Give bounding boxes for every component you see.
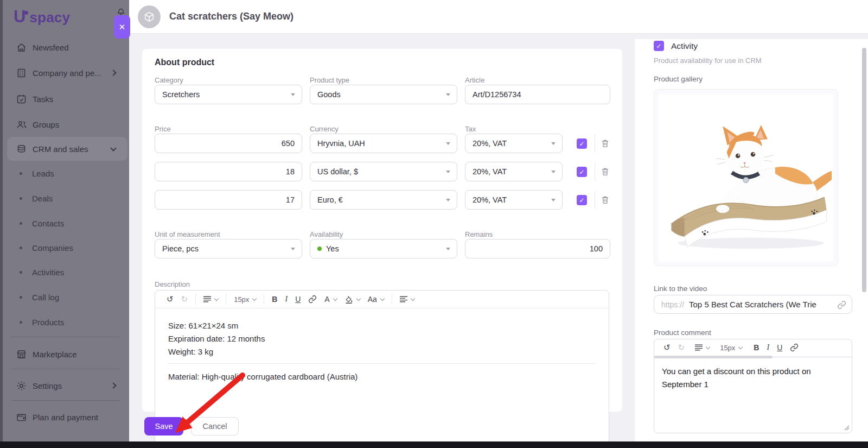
dropdown-arrow-icon <box>446 248 450 250</box>
vertical-scrollbar[interactable] <box>862 48 866 292</box>
sidebar-item-newsfeed[interactable]: Newsfeed <box>7 39 127 55</box>
dropdown-arrow-icon <box>291 93 295 96</box>
currency-select[interactable]: Hryvnia, UAH <box>310 134 457 153</box>
toolbar-divider <box>226 294 226 305</box>
product-gallery[interactable] <box>654 89 838 266</box>
sidebar-item-contacts[interactable]: Contacts <box>7 216 127 230</box>
chevron-down-icon <box>333 296 337 301</box>
underline-icon[interactable]: U <box>295 295 301 304</box>
price-input[interactable] <box>155 134 302 153</box>
text-style-button[interactable]: Aa <box>368 295 384 304</box>
price-active-checkbox[interactable]: ✓ <box>577 138 587 149</box>
tax-select[interactable]: 20%, VAT <box>465 134 563 153</box>
cancel-button[interactable]: Cancel <box>191 417 239 436</box>
uspacy-logo[interactable]: U spacy <box>14 7 70 27</box>
comment-content[interactable]: You can get a discount on this product o… <box>654 358 852 397</box>
line-height-button[interactable] <box>203 296 218 302</box>
price-input[interactable] <box>155 190 302 210</box>
chevron-down-icon <box>214 296 219 301</box>
tax-select[interactable]: 20%, VAT <box>465 190 563 210</box>
resize-handle-icon[interactable] <box>844 425 850 431</box>
description-line: Size: 61×21×24 sm <box>168 319 596 332</box>
availability-select[interactable]: Yes <box>310 239 457 258</box>
italic-icon[interactable]: I <box>285 295 288 304</box>
sidebar-item-products[interactable]: Products <box>7 315 127 329</box>
font-size-button[interactable]: 15px <box>720 344 742 352</box>
logo-text: spacy <box>29 9 70 26</box>
dropdown-arrow-icon <box>551 142 556 145</box>
bullet-icon <box>20 321 22 324</box>
dropdown-arrow-icon <box>551 171 556 173</box>
activity-checkbox[interactable]: ✓ <box>654 41 664 51</box>
unit-select[interactable]: Piece, pcs <box>155 239 302 258</box>
currency-select[interactable]: US dollar, $ <box>310 162 457 181</box>
notification-bell-icon[interactable] <box>116 5 126 16</box>
undo-icon[interactable]: ↺ <box>167 294 174 304</box>
toolbar-divider <box>195 294 196 305</box>
insert-link-button[interactable] <box>308 295 317 304</box>
video-link-input[interactable]: https:// Top 5 Best Cat Scratchers (We T… <box>654 295 852 314</box>
sidebar-item-call-log[interactable]: Call log <box>7 290 127 304</box>
sidebar-item-activities[interactable]: Activities <box>7 265 127 279</box>
trash-icon[interactable] <box>600 138 610 149</box>
sidebar-item-crm-and-sales[interactable]: CRM and sales <box>7 137 127 161</box>
sidebar-item-settings[interactable]: Settings <box>7 377 127 394</box>
sidebar-subitem-label: Contacts <box>32 219 64 228</box>
window-bottom-edge <box>0 441 868 448</box>
bold-icon[interactable]: B <box>754 343 759 352</box>
align-button[interactable] <box>400 296 414 302</box>
bullet-icon <box>20 222 22 225</box>
sidebar-item-leads[interactable]: Leads <box>7 166 127 180</box>
underline-icon[interactable]: U <box>777 343 782 352</box>
redo-icon[interactable]: ↻ <box>181 294 188 304</box>
scrollbar-thumb[interactable] <box>654 356 773 358</box>
description-content[interactable]: Size: 61×21×24 sm Expiration date: 12 mo… <box>155 308 609 394</box>
trash-icon[interactable] <box>600 166 610 177</box>
comment-toolbar: ↺ ↻ 15px B I U <box>654 339 852 356</box>
italic-icon[interactable]: I <box>767 343 769 352</box>
sidebar-divider <box>11 369 120 369</box>
sidebar-item-tasks[interactable]: Tasks <box>7 91 127 107</box>
highlight-color-button[interactable] <box>344 295 360 304</box>
sidebar-item-company[interactable]: Company and pe... <box>7 65 127 81</box>
link-icon <box>790 343 799 352</box>
save-button[interactable]: Save <box>144 417 183 436</box>
trash-icon[interactable] <box>600 194 610 205</box>
redo-icon[interactable]: ↻ <box>678 343 685 352</box>
remains-input[interactable] <box>465 239 610 258</box>
font-color-button[interactable]: A <box>324 295 336 304</box>
align-icon <box>400 296 407 302</box>
tax-select[interactable]: 20%, VAT <box>465 162 563 181</box>
close-modal-button[interactable]: ✕ <box>114 15 130 39</box>
toolbar-divider <box>392 294 392 305</box>
chevron-right-icon <box>110 382 116 388</box>
sidebar-item-groups[interactable]: Groups <box>7 116 127 132</box>
video-link-label: Link to the video <box>654 285 707 293</box>
link-icon[interactable] <box>837 300 846 310</box>
description-toolbar: ↺ ↻ 15px B I U A Aa <box>155 291 609 308</box>
product-avatar <box>138 5 161 28</box>
price-active-checkbox[interactable]: ✓ <box>577 195 587 205</box>
price-input[interactable] <box>155 162 302 181</box>
section-title: About product <box>155 58 214 67</box>
font-size-button[interactable]: 15px <box>234 295 256 304</box>
product-type-select[interactable]: Goods <box>310 85 457 104</box>
insert-link-button[interactable] <box>790 343 799 352</box>
unit-value: Piece, pcs <box>162 244 199 253</box>
sidebar-item-plan-and-payment[interactable]: Plan and payment <box>7 409 127 425</box>
sidebar-item-marketplace[interactable]: Marketplace <box>7 346 127 362</box>
article-input[interactable] <box>465 85 610 104</box>
dropdown-arrow-icon <box>551 199 556 201</box>
activity-hint: Product availability for use in CRM <box>654 56 762 65</box>
chevron-down-icon <box>411 296 415 301</box>
currency-select[interactable]: Euro, € <box>310 190 457 210</box>
category-select[interactable]: Scretchers <box>155 85 302 104</box>
undo-icon[interactable]: ↺ <box>663 343 671 352</box>
price-active-checkbox[interactable]: ✓ <box>577 167 587 177</box>
line-height-button[interactable] <box>695 344 710 351</box>
bold-icon[interactable]: B <box>272 295 277 304</box>
chevron-down-icon <box>252 296 257 301</box>
sidebar-item-companies[interactable]: Companies <box>7 241 127 255</box>
sidebar-item-deals[interactable]: Deals <box>7 191 127 205</box>
dropdown-arrow-icon <box>446 93 450 96</box>
